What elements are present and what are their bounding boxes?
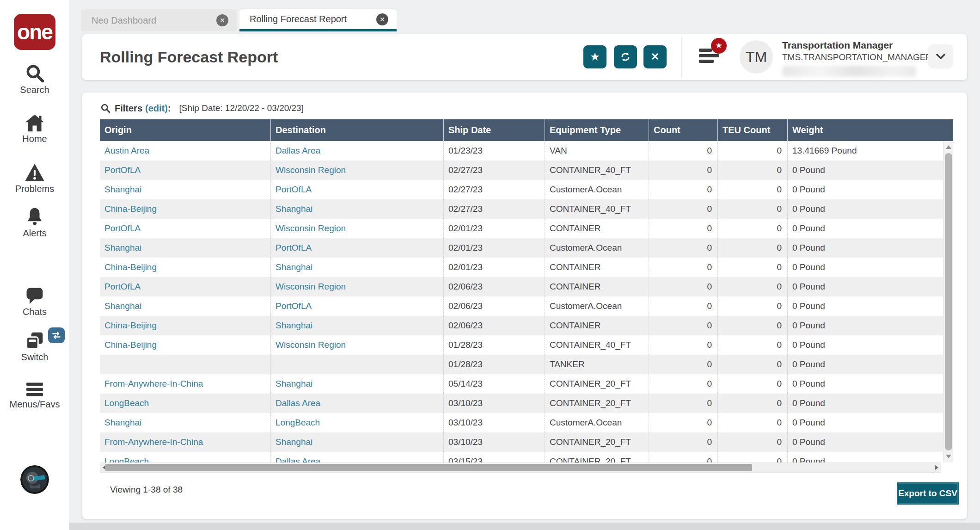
cell-origin [100, 355, 270, 374]
cell-origin[interactable]: China-Beijing [100, 335, 270, 355]
cell-origin[interactable]: China-Beijing [100, 316, 270, 335]
export-to-csv-button[interactable]: Export to CSV [897, 482, 959, 505]
sidebar-item-search[interactable]: Search [0, 63, 69, 95]
column-header-origin[interactable]: Origin [100, 119, 270, 141]
table-row[interactable]: 01/28/23TANKER000 Pound [100, 355, 953, 374]
cell-count: 0 [649, 413, 717, 432]
table-row[interactable]: PortOfLAWisconsin Region02/27/23CONTAINE… [100, 160, 953, 180]
scroll-up-icon[interactable] [946, 145, 951, 149]
scroll-right-icon[interactable] [935, 465, 938, 470]
user-initials-avatar[interactable]: TM [740, 40, 773, 74]
cell-weight: 0 Pound [787, 277, 953, 296]
cell-origin[interactable]: Shanghai [100, 238, 270, 258]
table-row[interactable]: China-BeijingShanghai02/01/23CONTAINER00… [100, 258, 953, 277]
table-row[interactable]: From-Anywhere-In-ChinaShanghai03/10/23CO… [100, 432, 953, 452]
cell-origin[interactable]: Shanghai [100, 296, 270, 316]
cell-destination[interactable]: Dallas Area [270, 141, 443, 160]
user-avatar-image[interactable] [20, 465, 49, 494]
refresh-button[interactable] [614, 45, 637, 68]
sidebar-item-alerts[interactable]: Alerts [0, 206, 69, 239]
cell-ship-date: 02/06/23 [443, 316, 545, 335]
table-row[interactable]: LongBeachDallas Area03/10/23CONTAINER_20… [100, 394, 953, 413]
cell-destination[interactable]: Shanghai [270, 316, 443, 335]
cell-destination[interactable]: Dallas Area [270, 394, 443, 413]
cell-destination[interactable]: Shanghai [270, 199, 443, 219]
cell-count: 0 [649, 335, 717, 355]
cell-origin[interactable]: PortOfLA [100, 219, 270, 238]
sidebar-item-chats[interactable]: Chats [0, 286, 69, 317]
table-row[interactable]: ShanghaiPortOfLA02/27/23CustomerA.Ocean0… [100, 180, 953, 199]
horizontal-scroll-thumb[interactable] [105, 464, 752, 471]
cell-origin[interactable]: PortOfLA [100, 277, 270, 296]
robot-avatar-icon [20, 465, 49, 494]
switch-swap-badge[interactable] [48, 327, 65, 343]
filters-edit-link[interactable]: (edit) [145, 103, 168, 114]
vertical-scroll-thumb[interactable] [945, 153, 952, 450]
table-row[interactable]: China-BeijingWisconsin Region01/28/23CON… [100, 335, 953, 355]
cell-destination[interactable]: Shanghai [270, 258, 443, 277]
sidebar-item-menus-favs[interactable]: Menus/Favs [0, 381, 69, 410]
user-initials: TM [746, 49, 767, 66]
cell-origin[interactable]: PortOfLA [100, 160, 270, 180]
cell-destination [270, 355, 443, 374]
column-header-destination[interactable]: Destination [270, 119, 443, 141]
sidebar-item-switch[interactable]: Switch [0, 331, 69, 363]
table-row[interactable]: Austin AreaDallas Area01/23/23VAN0013.41… [100, 141, 953, 160]
column-header-ship-date[interactable]: Ship Date [443, 119, 545, 141]
cell-destination[interactable]: Wisconsin Region [270, 219, 443, 238]
user-menu-dropdown-button[interactable] [928, 44, 953, 68]
cell-destination[interactable]: Shanghai [270, 432, 443, 452]
table-row[interactable]: PortOfLAWisconsin Region02/06/23CONTAINE… [100, 277, 953, 296]
sidebar-item-problems[interactable]: Problems [0, 163, 69, 194]
column-header-teu-count[interactable]: TEU Count [717, 119, 787, 141]
cell-origin[interactable]: LongBeach [100, 394, 270, 413]
table-row[interactable]: PortOfLAWisconsin Region02/01/23CONTAINE… [100, 219, 953, 238]
table-row[interactable]: ShanghaiPortOfLA02/06/23CustomerA.Ocean0… [100, 296, 953, 316]
column-header-weight[interactable]: Weight [787, 119, 953, 141]
table-row[interactable]: ShanghaiLongBeach03/10/23CustomerA.Ocean… [100, 413, 953, 432]
horizontal-scrollbar[interactable] [100, 462, 941, 473]
cell-count: 0 [649, 141, 717, 160]
tab-rolling-forecast-report[interactable]: Rolling Forecast Report ✕ [239, 9, 397, 31]
tab-neo-dashboard[interactable]: Neo Dashboard ✕ [81, 9, 237, 31]
sidebar-item-home[interactable]: Home [0, 114, 69, 144]
cell-origin[interactable]: From-Anywhere-In-China [100, 374, 270, 394]
table-row[interactable]: ShanghaiPortOfLA02/01/23CustomerA.Ocean0… [100, 238, 953, 258]
cell-destination[interactable]: Shanghai [270, 374, 443, 394]
close-report-button[interactable]: ✕ [643, 45, 667, 68]
cell-destination[interactable]: Wisconsin Region [270, 335, 443, 355]
cell-weight: 0 Pound [787, 258, 953, 277]
vertical-scrollbar[interactable] [943, 141, 953, 462]
cell-destination[interactable]: Dallas Area [270, 452, 443, 462]
one-logo[interactable]: one [14, 14, 55, 50]
table-row[interactable]: China-BeijingShanghai02/27/23CONTAINER_4… [100, 199, 953, 219]
cell-origin[interactable]: Shanghai [100, 413, 270, 432]
cell-destination[interactable]: PortOfLA [270, 238, 443, 258]
tab-close-icon[interactable]: ✕ [376, 13, 388, 25]
cell-count: 0 [649, 277, 717, 296]
cell-destination[interactable]: LongBeach [270, 413, 443, 432]
scroll-down-icon[interactable] [946, 455, 951, 458]
cell-destination[interactable]: PortOfLA [270, 180, 443, 199]
tab-close-icon[interactable]: ✕ [216, 14, 228, 26]
table-row[interactable]: From-Anywhere-In-ChinaShanghai05/14/23CO… [100, 374, 953, 394]
cell-origin[interactable]: From-Anywhere-In-China [100, 432, 270, 452]
cell-weight: 0 Pound [787, 335, 953, 355]
chevron-down-icon [935, 53, 946, 60]
table-row[interactable]: China-BeijingShanghai02/06/23CONTAINER00… [100, 316, 953, 335]
table-row[interactable]: LongBeachDallas Area03/15/23CONTAINER_20… [100, 452, 953, 462]
header-divider [681, 37, 682, 78]
cell-origin[interactable]: Austin Area [100, 141, 270, 160]
cell-destination[interactable]: Wisconsin Region [270, 160, 443, 180]
cell-origin[interactable]: LongBeach [100, 452, 270, 462]
cell-origin[interactable]: China-Beijing [100, 199, 270, 219]
cell-equipment-type: CONTAINER [545, 258, 649, 277]
cell-origin[interactable]: Shanghai [100, 180, 270, 199]
cell-destination[interactable]: Wisconsin Region [270, 277, 443, 296]
cell-count: 0 [649, 219, 717, 238]
column-header-equipment-type[interactable]: Equipment Type [545, 119, 649, 141]
column-header-count[interactable]: Count [649, 119, 717, 141]
cell-destination[interactable]: PortOfLA [270, 296, 443, 316]
favorite-button[interactable]: ★ [583, 45, 606, 68]
cell-origin[interactable]: China-Beijing [100, 258, 270, 277]
